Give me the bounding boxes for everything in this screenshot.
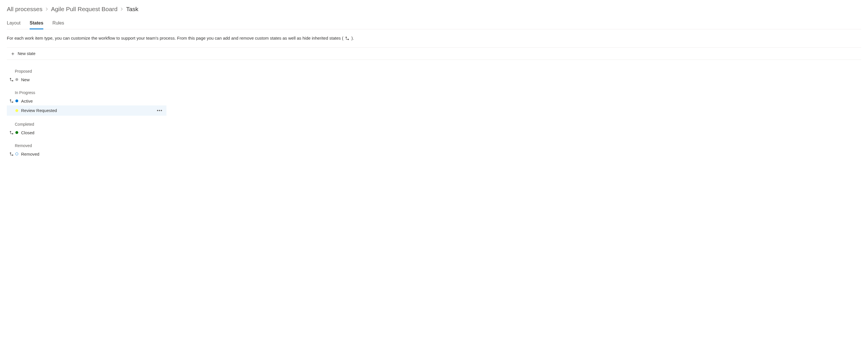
state-row[interactable]: Active••• <box>7 97 166 105</box>
state-name-label: New <box>21 77 164 82</box>
state-name-label: Review Requested <box>21 108 155 113</box>
ellipsis-icon: ••• <box>157 108 162 113</box>
chevron-right-icon <box>45 6 48 12</box>
breadcrumb-process-name[interactable]: Agile Pull Request Board <box>51 6 117 12</box>
svg-rect-4 <box>10 99 11 100</box>
page-description: For each work item type, you can customi… <box>7 35 861 42</box>
inherited-icon <box>345 36 350 40</box>
state-row[interactable]: Removed••• <box>7 150 166 158</box>
state-name-label: Removed <box>21 152 164 156</box>
svg-rect-1 <box>348 39 349 40</box>
breadcrumb-all-processes[interactable]: All processes <box>7 6 42 12</box>
svg-rect-9 <box>12 133 13 134</box>
state-color-dot <box>16 78 18 81</box>
state-color-dot <box>16 131 18 134</box>
state-color-dot <box>16 99 18 102</box>
state-name-label: Closed <box>21 130 164 135</box>
new-state-label: New state <box>18 51 35 56</box>
state-category-header: Completed <box>7 120 166 128</box>
inherited-icon <box>9 130 14 135</box>
tab-rules[interactable]: Rules <box>53 21 64 29</box>
state-category-header: In Progress <box>7 88 166 97</box>
more-actions-button[interactable]: ••• <box>155 107 164 114</box>
svg-rect-2 <box>10 78 11 79</box>
svg-rect-3 <box>12 80 13 81</box>
state-color-dot <box>16 109 18 112</box>
toolbar: ＋ New state <box>7 47 861 60</box>
description-text-pre: For each work item type, you can customi… <box>7 35 343 42</box>
state-name-label: Active <box>21 99 164 103</box>
plus-icon: ＋ <box>10 51 16 56</box>
description-text-post: ). <box>351 35 354 42</box>
inherited-icon <box>9 77 14 82</box>
svg-rect-10 <box>10 152 11 153</box>
state-category-header: Proposed <box>7 67 166 75</box>
states-list: ProposedNew•••In ProgressActive•••Review… <box>7 67 166 158</box>
inherited-icon <box>9 99 14 103</box>
state-row[interactable]: Closed••• <box>7 128 166 137</box>
breadcrumb-current: Task <box>126 6 138 12</box>
state-color-dot <box>16 153 18 155</box>
tab-states[interactable]: States <box>30 21 43 29</box>
tab-layout[interactable]: Layout <box>7 21 21 29</box>
inherited-icon <box>9 152 14 156</box>
svg-rect-0 <box>346 37 347 38</box>
state-category-header: Removed <box>7 141 166 150</box>
tabs: LayoutStatesRules <box>7 21 861 29</box>
svg-rect-8 <box>10 131 11 132</box>
chevron-right-icon <box>120 6 123 12</box>
state-row[interactable]: Review Requested••• <box>7 105 166 116</box>
svg-rect-5 <box>12 101 13 103</box>
new-state-button[interactable]: ＋ New state <box>9 51 36 57</box>
breadcrumb: All processes Agile Pull Request Board T… <box>7 6 861 12</box>
svg-rect-11 <box>12 155 13 156</box>
state-row[interactable]: New••• <box>7 75 166 84</box>
